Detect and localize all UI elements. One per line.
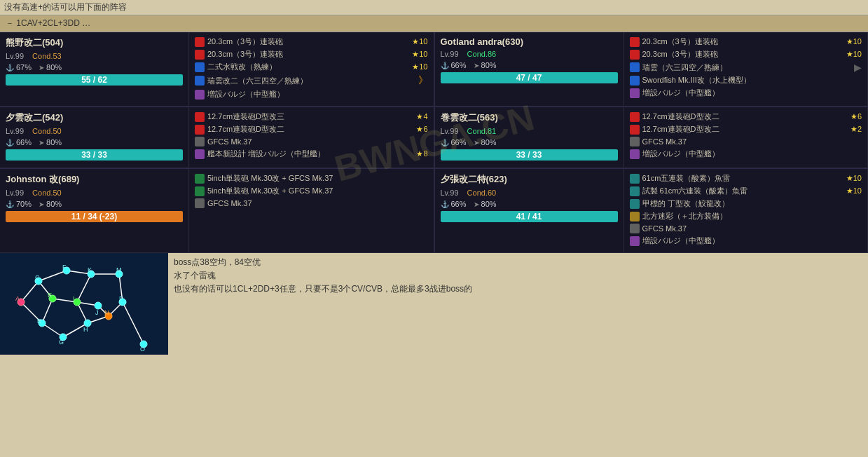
- icon-bulge-m: [630, 149, 640, 159]
- equip-makigumo: 12.7cm連装砲D型改二★6 12.7cm連装砲D型改二★2 GFCS Mk.…: [624, 107, 869, 168]
- hp-bar-johnston: 11 / 34 (-23): [6, 211, 183, 222]
- equip-yugumu: 12.7cm連装砲D型改三★4 12.7cm連装砲D型改二★6 GFCS Mk.…: [189, 107, 434, 168]
- icon-torpedo-y1: [630, 174, 640, 184]
- icon-gfcs-j: [195, 198, 205, 208]
- ship-info-kumano: 熊野改二(504) Lv.99 Cond.53 ⚓ 67% ➤ 80% 55 /…: [0, 32, 189, 107]
- ship-info-yugumu: 夕雲改二(542) Lv.99 Cond.50 ⚓ 66% ➤ 80% 33 /…: [0, 107, 189, 168]
- svg-line-2: [39, 271, 67, 281]
- svg-text:I: I: [73, 295, 75, 302]
- equip-johnston: 5inch単装砲 Mk.30改 + GFCS Mk.37 5inch単装砲 Mk…: [189, 169, 434, 253]
- map-container: A C B E F G I H K J N M P O: [0, 253, 168, 355]
- ship-info-gotland: Gotland andra(630) Lv.99 Cond.86 ⚓ 66% ➤…: [435, 32, 624, 107]
- icon-cannon-y1: [195, 112, 205, 122]
- top-notice: 没有高速+的话可以用下面的阵容: [0, 0, 868, 15]
- svg-line-17: [123, 302, 144, 344]
- icon-midget-sub: [630, 199, 640, 209]
- main-grid: BWNGA.CN 熊野改二(504) Lv.99 Cond.53 ⚓ 67% ➤…: [0, 32, 868, 253]
- hp-bar-makigumo: 33 / 33: [441, 149, 618, 161]
- svg-line-4: [42, 299, 53, 323]
- icon-5inch-j2: [195, 186, 205, 196]
- svg-line-8: [77, 274, 91, 302]
- svg-text:E: E: [48, 292, 52, 299]
- ship-info-makigumo: 巻雲改二(563) Lv.99 Cond.81 ⚓ 66% ➤ 80% 33 /…: [435, 107, 624, 168]
- svg-text:C: C: [35, 274, 40, 281]
- icon-seaplane: [195, 62, 205, 72]
- icon-gfcs-yh: [630, 224, 640, 233]
- fleet-header: － 1CAV+2CL+3DD …: [0, 15, 868, 32]
- svg-text:F: F: [62, 264, 67, 271]
- icon-bulge-g: [630, 88, 640, 98]
- bottom-texts: boss点38空均，84空优 水了个雷魂 也没有的话可以1CL+2DD+3任意，…: [168, 253, 868, 355]
- svg-text:J: J: [95, 309, 99, 316]
- svg-text:A: A: [15, 295, 20, 302]
- icon-cannon: [195, 50, 205, 60]
- bottom-text-1: boss点38空均，84空优: [174, 256, 862, 269]
- svg-text:O: O: [140, 346, 145, 353]
- icon-cannon-m2: [630, 125, 640, 135]
- svg-text:K: K: [88, 266, 92, 273]
- equip-gotland: 20.3cm（3号）連装砲★10 20.3cm（3号）連装砲★10 瑞雲（六三四…: [624, 32, 869, 107]
- icon-cannon-g1: [630, 37, 640, 47]
- svg-text:G: G: [59, 339, 64, 346]
- icon-5inch-j1: [195, 174, 205, 184]
- svg-text:M: M: [116, 266, 122, 273]
- icon-gfcs-m: [630, 137, 640, 146]
- icon-cannon: [195, 37, 205, 47]
- icon-bulge: [195, 90, 205, 100]
- hp-bar-yuharu: 41 / 41: [441, 211, 618, 222]
- hp-bar-gotland: 47 / 47: [441, 72, 618, 83]
- svg-text:P: P: [119, 295, 123, 302]
- svg-text:N: N: [104, 309, 109, 316]
- svg-text:B: B: [37, 318, 41, 325]
- bottom-text-2: 水了个雷魂: [174, 269, 862, 282]
- ship-info-yuharu: 夕張改二特(623) Lv.99 Cond.60 ⚓ 66% ➤ 80% 41 …: [435, 169, 624, 253]
- ship-info-johnston: Johnston 改(689) Lv.99 Cond.50 ⚓ 70% ➤ 80…: [0, 169, 189, 253]
- bottom-text-3: 也没有的话可以1CL+2DD+3任意，只要不是3个CV/CVB，总能最多3战进b…: [174, 282, 862, 296]
- equip-yuharu: 61cm五連装（酸素）魚雷★10 試製 61cm六連装（酸素）魚雷★10 甲標的…: [624, 169, 869, 253]
- icon-bulge-y: [195, 149, 205, 159]
- icon-cannon-g2: [630, 50, 640, 60]
- hp-bar-yugumu: 33 / 33: [6, 149, 183, 161]
- svg-line-1: [21, 281, 39, 302]
- svg-point-27: [95, 302, 102, 309]
- bottom-area: A C B E F G I H K J N M P O boss点38空均，84…: [0, 253, 868, 355]
- icon-cannon-m1: [630, 112, 640, 122]
- svg-text:H: H: [83, 326, 88, 333]
- icon-cannon-y2: [195, 125, 205, 135]
- icon-seaplane2: [195, 76, 205, 86]
- icon-camo: [630, 212, 640, 221]
- icon-swordfish: [630, 76, 640, 86]
- icon-seaplane-g1: [630, 62, 640, 72]
- icon-torpedo-y2: [630, 186, 640, 196]
- icon-bulge-yh: [630, 236, 640, 246]
- hp-bar-kumano: 55 / 62: [6, 74, 183, 86]
- icon-gfcs-y: [195, 137, 205, 146]
- equip-kumano: 20.3cm（3号）連装砲★10 20.3cm（3号）連装砲★10 二式水戦改（…: [189, 32, 434, 107]
